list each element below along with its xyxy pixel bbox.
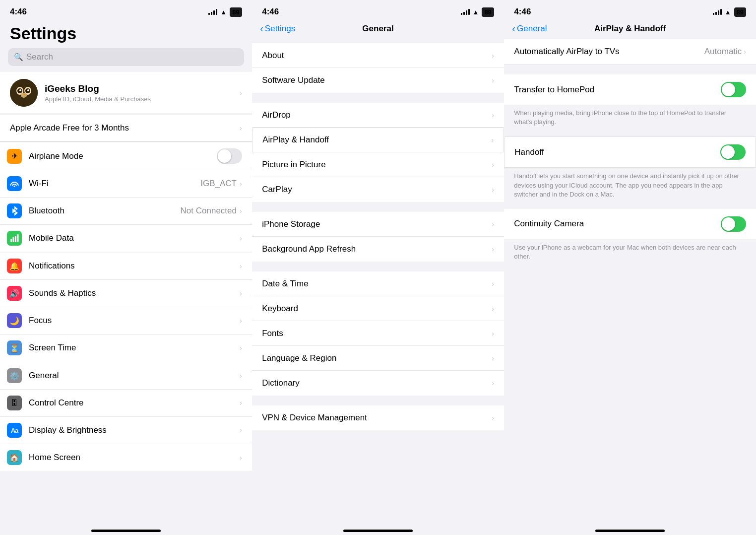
settings-title: Settings [0,20,252,48]
date-time-row[interactable]: Date & Time › [252,271,504,296]
signal-icon-2 [461,9,470,15]
notifications-item[interactable]: 🔔 Notifications › [0,253,252,280]
homepod-toggle[interactable] [721,82,746,97]
focus-item[interactable]: 🌙 Focus › [0,307,252,334]
home-indicator-3 [595,530,665,532]
promo-row[interactable]: Apple Arcade Free for 3 Months › [0,115,252,141]
screen-time-icon: ⏳ [7,340,22,355]
bluetooth-item[interactable]: Bluetooth Not Connected › [0,198,252,225]
profile-name: iGeeks Blog [45,83,240,94]
handoff-toggle[interactable] [720,144,746,160]
pip-row[interactable]: Picture in Picture › [252,152,504,177]
airdrop-row[interactable]: AirDrop › [252,103,504,128]
home-indicator-2 [343,530,413,532]
time-2: 4:46 [262,7,279,17]
dictionary-row[interactable]: Dictionary › [252,371,504,396]
auto-airplay-chevron: › [744,48,746,56]
airplay-handoff-label: AirPlay & Handoff [262,135,491,145]
homepod-desc: When playing media, bring iPhone close t… [504,105,756,134]
signal-icon-3 [713,9,722,15]
display-brightness-item[interactable]: Aa Display & Brightness › [0,417,252,444]
background-refresh-row[interactable]: Background App Refresh › [252,237,504,262]
screen-time-item[interactable]: ⏳ Screen Time › [0,334,252,361]
carplay-label: CarPlay [262,185,492,195]
handoff-row[interactable]: Handoff [504,137,756,167]
dictionary-chevron: › [492,379,494,387]
settings-panel: 4:46 ▲ 89 Settings 🔍 Search [0,0,252,535]
wifi-icon: ▲ [220,8,227,16]
sounds-label: Sounds & Haptics [29,288,240,298]
control-centre-icon: 🎛 [7,396,22,410]
airplay-handoff-chevron: › [491,136,494,144]
svg-rect-10 [13,237,14,242]
airplay-nav: ‹ General AirPlay & Handoff [504,20,756,39]
continuity-desc: Use your iPhone as a webcam for your Mac… [504,239,756,269]
svg-point-5 [19,89,21,91]
iphone-storage-row[interactable]: iPhone Storage › [252,212,504,237]
software-update-row[interactable]: Software Update › [252,68,504,93]
connectivity-group: ✈ Airplane Mode Wi-Fi IGB_ACT › [0,142,252,252]
mobile-data-icon [7,231,22,246]
keyboard-row[interactable]: Keyboard › [252,296,504,321]
back-label-airplay: General [517,24,547,34]
auto-airplay-row[interactable]: Automatically AirPlay to TVs Automatic › [504,39,756,65]
homepod-label: Transfer to HomePod [514,85,721,95]
wifi-value: IGB_ACT [200,179,237,189]
svg-rect-11 [15,236,16,242]
continuity-row[interactable]: Continuity Camera [504,209,756,239]
control-centre-item[interactable]: 🎛 Control Centre › [0,390,252,417]
dictionary-label: Dictionary [262,378,492,388]
homepod-row[interactable]: Transfer to HomePod [504,74,756,105]
bluetooth-value: Not Connected [181,206,237,216]
mobile-data-label: Mobile Data [29,233,240,243]
focus-icon: 🌙 [7,313,22,328]
back-chevron-airplay: ‹ [512,23,515,34]
airplane-mode-item[interactable]: ✈ Airplane Mode [0,142,252,170]
background-refresh-chevron: › [492,245,494,253]
search-bar[interactable]: 🔍 Search [8,48,244,66]
general-item[interactable]: ⚙️ General › [0,362,252,390]
language-region-row[interactable]: Language & Region › [252,346,504,371]
home-screen-item[interactable]: 🏠 Home Screen › [0,444,252,471]
mobile-data-item[interactable]: Mobile Data › [0,225,252,252]
general-group-5: VPN & Device Management › [252,405,504,430]
fonts-chevron: › [492,330,494,337]
profile-chevron: › [240,89,242,97]
date-time-label: Date & Time [262,279,492,289]
sounds-icon: 🔊 [7,286,22,301]
airplane-icon: ✈ [7,149,22,164]
continuity-toggle[interactable] [721,216,746,232]
status-icons-3: ▲ 89 [713,7,746,17]
sounds-item[interactable]: 🔊 Sounds & Haptics › [0,280,252,307]
back-button-airplay[interactable]: ‹ General [512,23,547,34]
profile-row[interactable]: iGeeks Blog Apple ID, iCloud, Media & Pu… [0,72,252,114]
continuity-group: Continuity Camera Use your iPhone as a w… [504,209,756,269]
carplay-row[interactable]: CarPlay › [252,177,504,202]
pip-label: Picture in Picture [262,160,492,170]
handoff-label: Handoff [514,147,720,157]
status-bar-1: 4:46 ▲ 89 [0,0,252,20]
vpn-chevron: › [492,414,494,422]
continuity-row-container: Continuity Camera [504,209,756,239]
promo-section: Apple Arcade Free for 3 Months › [0,115,252,141]
focus-label: Focus [29,316,240,326]
general-panel: 4:46 ▲ 89 ‹ Settings General About › [252,0,504,535]
home-screen-chevron: › [240,454,242,462]
fonts-label: Fonts [262,329,492,338]
status-bar-2: 4:46 ▲ 89 [252,0,504,20]
wifi-item[interactable]: Wi-Fi IGB_ACT › [0,170,252,198]
display-brightness-label: Display & Brightness [29,425,240,435]
back-button-general[interactable]: ‹ Settings [260,23,295,34]
auto-airplay-value: Automatic [704,47,742,57]
status-icons-1: ▲ 89 [208,7,242,17]
fonts-row[interactable]: Fonts › [252,321,504,346]
airplay-handoff-row[interactable]: AirPlay & Handoff › [252,128,504,152]
search-icon: 🔍 [14,53,23,62]
battery-1: 89 [230,7,242,17]
profile-subtitle: Apple ID, iCloud, Media & Purchases [45,95,240,103]
about-row[interactable]: About › [252,43,504,68]
general-label: General [29,371,240,381]
vpn-row[interactable]: VPN & Device Management › [252,405,504,430]
airplane-label: Airplane Mode [29,151,217,161]
airplane-toggle[interactable] [217,148,242,164]
